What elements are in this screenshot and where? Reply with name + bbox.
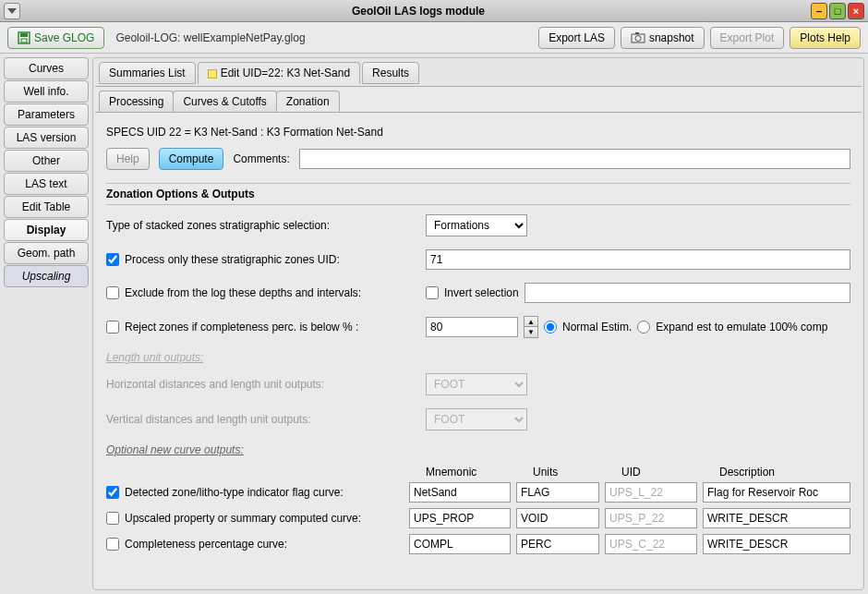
reject-checkbox[interactable] xyxy=(106,321,119,333)
maximize-button[interactable]: □ xyxy=(829,3,846,19)
svg-marker-0 xyxy=(7,8,17,14)
col-uid: UID xyxy=(621,466,714,479)
curve-1-units[interactable] xyxy=(516,508,599,528)
process-only-label: Process only these stratigraphic zones U… xyxy=(125,253,340,266)
curve-1-label: Upscaled property or summary computed cu… xyxy=(125,512,361,525)
snapshot-label: snapshot xyxy=(649,31,694,44)
vert-select: FOOT xyxy=(426,408,527,430)
column-headers: Mnemonic Units UID Description xyxy=(426,466,850,479)
invert-checkbox[interactable] xyxy=(426,286,439,299)
curve-0-checkbox[interactable] xyxy=(106,486,119,499)
curve-2-desc[interactable] xyxy=(703,534,850,554)
sub-tabs: Processing Curves & Cutoffs Zonation xyxy=(95,87,862,113)
curve-2-checkbox[interactable] xyxy=(106,538,119,551)
vert-label: Vertical distances and length unit outpu… xyxy=(106,413,420,426)
col-units: Units xyxy=(533,466,616,479)
filename-label: Geoloil-LOG: wellExampleNetPay.glog xyxy=(115,31,533,44)
close-button[interactable]: × xyxy=(848,3,864,19)
top-tabs: Summaries List Edit UID=22: K3 Net-Sand … xyxy=(95,60,862,86)
tab-edit-uid[interactable]: Edit UID=22: K3 Net-Sand xyxy=(198,62,360,84)
save-glog-label: Save GLOG xyxy=(34,31,94,44)
spinner-up-icon[interactable]: ▲ xyxy=(524,317,537,327)
length-section-header: Length unit outputs: xyxy=(106,351,850,364)
horiz-select: FOOT xyxy=(426,373,527,395)
subtab-zonation[interactable]: Zonation xyxy=(276,91,340,112)
comments-label: Comments: xyxy=(233,152,289,165)
scroll-area[interactable]: SPECS UID 22 = K3 Net-Sand : K3 Formatio… xyxy=(95,113,862,588)
save-glog-button[interactable]: Save GLOG xyxy=(7,27,104,49)
spinner-down-icon[interactable]: ▼ xyxy=(524,327,537,337)
exclude-checkbox[interactable] xyxy=(106,286,119,299)
type-label: Type of stacked zones stratigraphic sele… xyxy=(106,219,420,232)
col-mnemonic: Mnemonic xyxy=(426,466,527,479)
col-description: Description xyxy=(719,466,850,479)
curve-0-label: Detected zone/litho-type indicator flag … xyxy=(125,486,344,499)
svg-rect-3 xyxy=(21,39,27,42)
curve-2-units[interactable] xyxy=(516,534,599,554)
curve-1-uid xyxy=(605,508,697,528)
sidetab-curves[interactable]: Curves xyxy=(4,57,89,79)
reject-input[interactable] xyxy=(426,317,518,337)
minimize-button[interactable]: – xyxy=(811,3,827,19)
type-select[interactable]: Formations xyxy=(426,214,527,236)
curve-0-units[interactable] xyxy=(516,482,599,503)
svg-rect-2 xyxy=(20,33,28,37)
curve-1-checkbox[interactable] xyxy=(106,512,119,525)
svg-point-5 xyxy=(635,35,641,41)
export-plot-button[interactable]: Export Plot xyxy=(710,27,785,49)
curve-0-desc[interactable] xyxy=(703,482,850,503)
side-panel: Curves Well info. Parameters LAS version… xyxy=(4,57,89,590)
subtab-processing[interactable]: Processing xyxy=(99,91,174,112)
svg-rect-6 xyxy=(635,32,639,34)
expand-estim-radio[interactable] xyxy=(637,321,650,333)
app-menu-button[interactable] xyxy=(4,3,20,19)
tab-edit-label: Edit UID=22: K3 Net-Sand xyxy=(221,67,350,79)
sidetab-other[interactable]: Other xyxy=(4,150,89,172)
expand-estim-label: Expand est to emulate 100% comp xyxy=(656,321,827,333)
snapshot-button[interactable]: snapshot xyxy=(621,27,705,49)
sidetab-las-text[interactable]: LAS text xyxy=(4,173,89,195)
compute-button[interactable]: Compute xyxy=(159,148,224,170)
sidetab-well-info[interactable]: Well info. xyxy=(4,80,89,103)
curve-2-uid xyxy=(605,534,697,554)
curve-0-uid xyxy=(605,482,697,503)
reject-label: Reject zones if completeness perc. is be… xyxy=(125,321,358,333)
process-only-checkbox[interactable] xyxy=(106,253,119,266)
sidetab-edit-table[interactable]: Edit Table xyxy=(4,196,89,218)
curve-2-label: Completeness percentage curve: xyxy=(125,538,287,551)
normal-estim-label: Normal Estim. xyxy=(562,321,632,333)
sidetab-las-version[interactable]: LAS version xyxy=(4,127,89,149)
spec-line: SPECS UID 22 = K3 Net-Sand : K3 Formatio… xyxy=(106,120,850,148)
process-only-input[interactable] xyxy=(426,249,850,270)
tab-summaries-list[interactable]: Summaries List xyxy=(99,62,196,84)
export-las-button[interactable]: Export LAS xyxy=(538,27,615,49)
curve-2-mnemonic[interactable] xyxy=(409,534,511,554)
sidetab-upscaling[interactable]: Upscaling xyxy=(4,265,89,287)
comments-input[interactable] xyxy=(299,149,850,169)
curve-1-desc[interactable] xyxy=(703,508,850,528)
horiz-label: Horizontal distances and length unit out… xyxy=(106,378,420,391)
subtab-curves-cutoffs[interactable]: Curves & Cutoffs xyxy=(173,91,276,112)
titlebar: GeolOil LAS logs module – □ × xyxy=(0,0,868,22)
exclude-label: Exclude from the log these depths and in… xyxy=(125,286,361,299)
curve-row: Detected zone/litho-type indicator flag … xyxy=(106,482,850,503)
normal-estim-radio[interactable] xyxy=(544,321,557,333)
reject-spinner[interactable]: ▲ ▼ xyxy=(524,316,538,338)
curve-0-mnemonic[interactable] xyxy=(409,482,511,503)
toolbar: Save GLOG Geoloil-LOG: wellExampleNetPay… xyxy=(0,22,868,54)
save-icon xyxy=(18,31,30,44)
window-title: GeolOil LAS logs module xyxy=(26,5,811,18)
content-area: Summaries List Edit UID=22: K3 Net-Sand … xyxy=(92,57,864,590)
sidetab-geom-path[interactable]: Geom. path xyxy=(4,242,89,264)
tab-results[interactable]: Results xyxy=(362,62,419,84)
sidetab-display[interactable]: Display xyxy=(4,219,89,241)
sidetab-parameters[interactable]: Parameters xyxy=(4,103,89,126)
curve-row: Completeness percentage curve: xyxy=(106,534,850,554)
curve-1-mnemonic[interactable] xyxy=(409,508,511,528)
help-button[interactable]: Help xyxy=(106,148,150,170)
invert-input[interactable] xyxy=(524,283,850,303)
tab-color-swatch xyxy=(208,69,217,79)
invert-label: Invert selection xyxy=(444,286,519,299)
plots-help-button[interactable]: Plots Help xyxy=(790,27,861,49)
curve-row: Upscaled property or summary computed cu… xyxy=(106,508,850,528)
